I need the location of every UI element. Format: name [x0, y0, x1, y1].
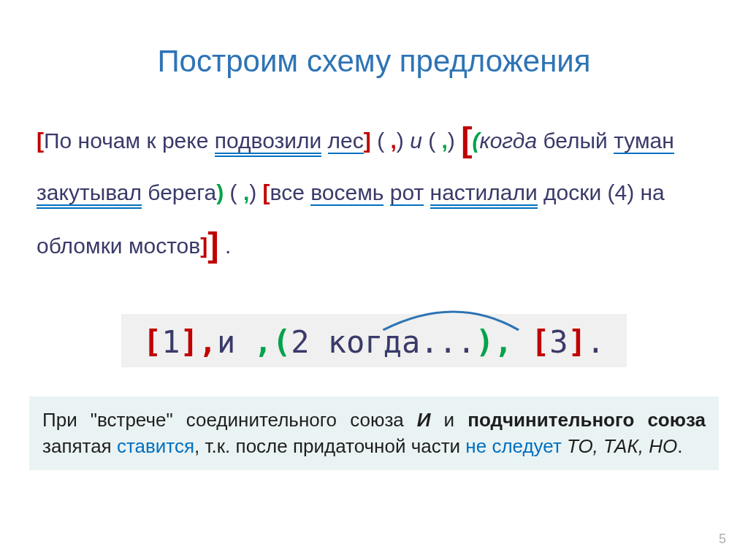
- f-br-l3: [: [531, 324, 549, 360]
- paren-close-3: ): [249, 180, 262, 204]
- clause1-subject: лес: [328, 129, 364, 154]
- bracket-open-3: [: [263, 180, 270, 204]
- rule-note: При "встрече" соединительного союза И и …: [29, 396, 719, 470]
- note-list: ТО, ТАК, НО: [567, 435, 677, 457]
- f-3: 3: [549, 324, 568, 360]
- big-bracket-open: [: [461, 120, 472, 158]
- clause3-subj-b: рот: [390, 180, 424, 206]
- paren-open-1: (: [371, 129, 391, 153]
- f-end: .: [587, 324, 605, 360]
- f-br-l1: [: [143, 324, 161, 360]
- clause1-intro: По ночам к реке: [44, 129, 215, 153]
- slide-title: Построим схему предложения: [29, 44, 719, 79]
- sentence-formula: [1],и ,(2 когда...), [3].: [121, 314, 627, 367]
- note-p3: запятая: [42, 435, 117, 457]
- note-p6: .: [677, 435, 682, 457]
- f-pr: ): [476, 324, 494, 360]
- f-br-r1: ]: [180, 324, 198, 360]
- note-p5: [562, 435, 567, 457]
- clause3-subj-a: восемь: [310, 180, 383, 206]
- paren-close-2: ): [448, 129, 461, 153]
- clause3-verb: настилали: [430, 180, 538, 206]
- f-c1: ,: [199, 324, 217, 360]
- space: [219, 234, 225, 258]
- note-and: И: [417, 409, 431, 431]
- f-1: 1: [161, 324, 180, 360]
- note-p4: , т.к. после придаточной части: [194, 435, 465, 457]
- comma-1: ,: [390, 129, 396, 153]
- bracket-close-3: ]: [200, 234, 207, 258]
- note-put: ставится: [117, 435, 194, 457]
- kogda: когда: [480, 129, 538, 153]
- clause1-verb: подвозили: [215, 129, 322, 154]
- paren-close-1: ): [397, 129, 410, 153]
- sentence-period: .: [225, 234, 231, 258]
- green-paren-open: (: [473, 129, 480, 153]
- clause2-verb: закутывал: [37, 180, 142, 206]
- f-c2: ,: [254, 324, 272, 360]
- comma-3: ,: [243, 180, 249, 204]
- paren-open-2: (: [428, 129, 441, 153]
- note-p2: и: [431, 409, 468, 431]
- note-not: не следует: [465, 435, 562, 457]
- space: [608, 129, 614, 153]
- f-mid: 2 когда...: [291, 324, 476, 360]
- bracket-close-1: ]: [364, 129, 371, 153]
- note-p1: При "встрече" соединительного союза: [42, 409, 417, 431]
- space: [424, 180, 430, 204]
- clause2-subject: туман: [614, 129, 674, 154]
- bracket-open-1: [: [37, 129, 44, 153]
- comma-2: ,: [442, 129, 448, 153]
- clause3-all: все: [270, 180, 311, 204]
- page-number: 5: [719, 532, 726, 547]
- paren-open-3: (: [224, 180, 243, 204]
- clause2-adj: белый: [543, 129, 607, 153]
- big-bracket-close: ]: [207, 226, 218, 264]
- f-c3: ,: [494, 324, 531, 360]
- f-and: и: [217, 324, 254, 360]
- f-pl: (: [272, 324, 291, 360]
- clause2-obj: берега: [148, 180, 216, 204]
- green-paren-close: ): [216, 180, 224, 204]
- conj-and: и: [410, 129, 428, 153]
- sentence-analysis: [По ночам к реке подвозили лес] ( ,) и (…: [37, 108, 711, 277]
- space: [321, 129, 327, 153]
- f-br-r3: ]: [568, 324, 587, 360]
- note-sub: подчини­тельного союза: [468, 409, 706, 431]
